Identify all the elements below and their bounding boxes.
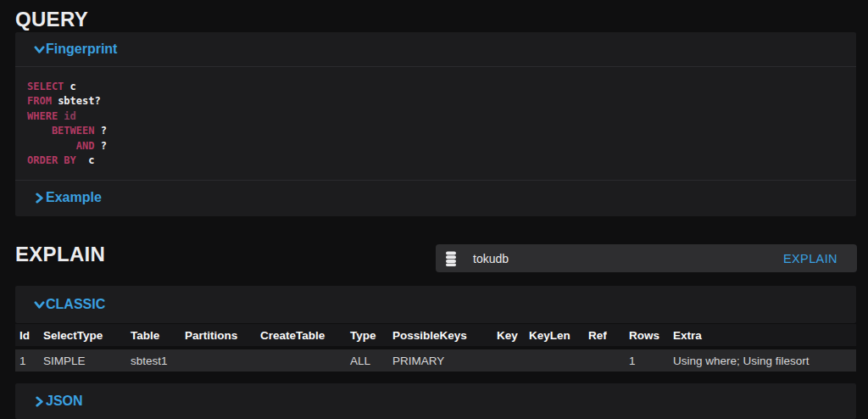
chevron-down-icon bbox=[34, 44, 45, 55]
sql-keyword: SELECT bbox=[27, 81, 70, 92]
query-panel: Fingerprint SELECT c FROM sbtest? WHERE … bbox=[15, 32, 856, 216]
sql-line: SELECT c bbox=[27, 80, 856, 94]
cell-type: ALL bbox=[346, 355, 388, 367]
sql-keyword: ORDER BY bbox=[27, 154, 88, 166]
sql-literal: ? bbox=[101, 125, 107, 137]
sql-line: AND ? bbox=[27, 139, 856, 154]
column-header: PossibleKeys bbox=[388, 329, 492, 342]
cell-id: 1 bbox=[15, 355, 39, 367]
column-header: SelectType bbox=[39, 329, 126, 342]
table-row: 1 SIMPLE sbtest1 ALL PRIMARY 1 Using whe… bbox=[15, 349, 856, 372]
database-select[interactable]: tokudb bbox=[473, 252, 509, 265]
sql-line: BETWEEN ? bbox=[27, 124, 856, 138]
sql-literal: c bbox=[88, 154, 94, 166]
explain-classic-table: Id SelectType Table Partitions CreateTab… bbox=[15, 324, 856, 372]
sql-identifier: id bbox=[64, 110, 75, 122]
example-label: Example bbox=[46, 190, 102, 205]
json-toggle[interactable]: JSON bbox=[15, 383, 856, 419]
query-analytics-detail: QUERY Fingerprint SELECT c FROM sbtest? … bbox=[0, 0, 868, 419]
column-header: Type bbox=[346, 329, 388, 342]
classic-panel: CLASSIC bbox=[15, 286, 856, 323]
database-icon bbox=[445, 251, 457, 266]
column-header: CreateTable bbox=[256, 329, 346, 342]
table-header-row: Id SelectType Table Partitions CreateTab… bbox=[15, 324, 856, 346]
column-header: Id bbox=[15, 329, 39, 342]
cell-extra: Using where; Using filesort bbox=[669, 355, 856, 367]
column-header: Extra bbox=[669, 329, 856, 342]
json-label: JSON bbox=[46, 394, 83, 409]
chevron-right-icon bbox=[34, 193, 45, 204]
column-header: KeyLen bbox=[525, 329, 584, 342]
cell-possible-keys: PRIMARY bbox=[388, 355, 492, 367]
sql-line: FROM sbtest? bbox=[27, 94, 856, 109]
sql-keyword: BETWEEN bbox=[27, 125, 101, 137]
sql-line: WHERE id bbox=[27, 109, 856, 124]
chevron-down-icon bbox=[34, 299, 45, 310]
column-header: Table bbox=[126, 329, 181, 342]
database-selector-bar: tokudb EXPLAIN bbox=[436, 244, 857, 272]
sql-keyword: FROM bbox=[27, 95, 58, 107]
cell-rows: 1 bbox=[625, 355, 669, 367]
classic-toggle[interactable]: CLASSIC bbox=[15, 286, 856, 323]
explain-section-title: EXPLAIN bbox=[15, 243, 105, 266]
fingerprint-label: Fingerprint bbox=[46, 42, 117, 57]
cell-select-type: SIMPLE bbox=[39, 355, 126, 367]
sql-line: ORDER BY c bbox=[27, 154, 856, 168]
example-toggle[interactable]: Example bbox=[15, 180, 856, 215]
query-section-title: QUERY bbox=[15, 8, 88, 31]
sql-keyword: WHERE bbox=[27, 110, 64, 122]
classic-label: CLASSIC bbox=[46, 297, 105, 312]
column-header: Ref bbox=[584, 329, 625, 342]
sql-keyword: AND bbox=[27, 140, 101, 152]
chevron-right-icon bbox=[34, 396, 45, 407]
fingerprint-toggle[interactable]: Fingerprint bbox=[15, 32, 856, 67]
cell-table: sbtest1 bbox=[126, 355, 181, 367]
sql-literal: ? bbox=[101, 140, 107, 152]
json-panel: JSON bbox=[15, 383, 856, 419]
column-header: Partitions bbox=[181, 329, 256, 342]
query-fingerprint-sql: SELECT c FROM sbtest? WHERE id BETWEEN ?… bbox=[15, 67, 856, 180]
column-header: Rows bbox=[625, 329, 669, 342]
sql-literal: c bbox=[70, 81, 76, 92]
sql-literal: sbtest? bbox=[58, 95, 101, 107]
column-header: Key bbox=[492, 329, 525, 342]
explain-button[interactable]: EXPLAIN bbox=[783, 252, 837, 265]
